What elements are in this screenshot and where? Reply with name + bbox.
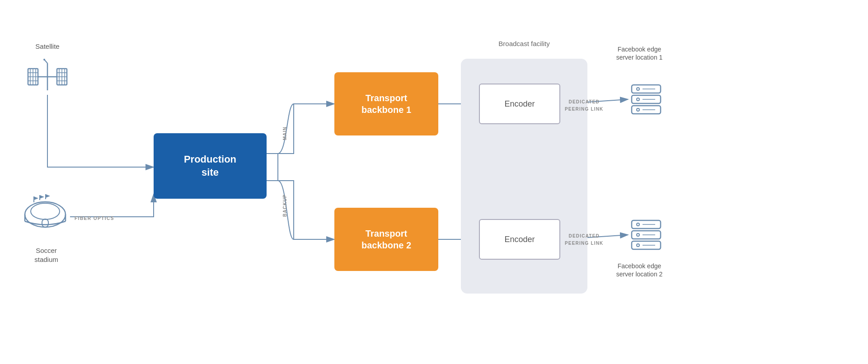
satellite-icon	[27, 59, 68, 95]
svg-point-43	[637, 233, 639, 236]
broadcast-facility-label: Broadcast facility	[479, 40, 569, 47]
production-site-box: Production site	[154, 133, 267, 199]
stadium-icon	[23, 194, 68, 235]
encoder2-box: Encoder	[479, 219, 560, 260]
fb-edge1-label: Facebook edge server location 1	[603, 45, 676, 61]
main-label: MAIN	[282, 126, 287, 140]
backbone1-label: Transport backbone 1	[361, 92, 411, 116]
fb-edge2-label: Facebook edge server location 2	[603, 262, 676, 278]
svg-point-20	[31, 203, 60, 219]
svg-point-33	[637, 88, 639, 90]
svg-marker-29	[46, 194, 50, 198]
svg-point-35	[637, 108, 639, 111]
encoder1-box: Encoder	[479, 84, 560, 124]
soccer-stadium-label: Soccerstadium	[20, 246, 72, 264]
svg-point-34	[637, 98, 639, 101]
backbone2-box: Transport backbone 2	[334, 208, 438, 271]
svg-point-42	[637, 223, 639, 226]
dedicated-peering-label1: DEDICATEDPEERING LINK	[565, 98, 604, 113]
svg-point-11	[43, 59, 45, 61]
server1-icon	[628, 81, 664, 117]
backbone2-label: Transport backbone 2	[361, 228, 411, 251]
svg-marker-25	[34, 196, 38, 200]
server2-icon	[628, 217, 664, 253]
backup-label: BACKUP	[282, 194, 287, 217]
dedicated-peering-label2: DEDICATEDPEERING LINK	[565, 233, 604, 247]
arrows-svg	[0, 0, 868, 364]
fiber-optics-label: FIBER OPTICS	[75, 216, 114, 221]
encoder1-label: Encoder	[504, 99, 535, 109]
svg-marker-27	[40, 195, 44, 199]
encoder2-label: Encoder	[504, 235, 535, 244]
svg-rect-23	[42, 219, 48, 227]
svg-point-44	[637, 244, 639, 247]
production-site-label: Production site	[184, 153, 236, 179]
satellite-label: Satellite	[25, 42, 70, 51]
backbone1-box: Transport backbone 1	[334, 72, 438, 135]
